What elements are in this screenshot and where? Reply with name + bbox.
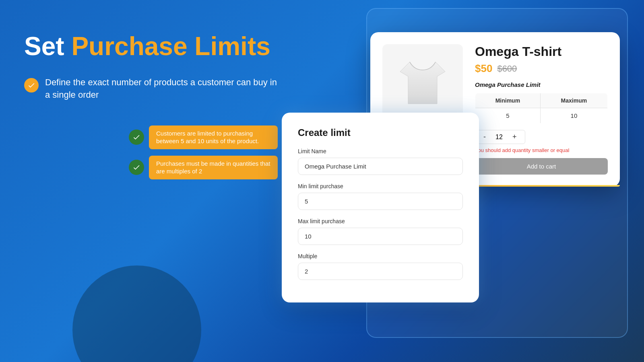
notifications-area: Customers are limited to purchasing betw… <box>24 125 278 179</box>
notification-item-2: Purchases must be made in quantities tha… <box>129 156 278 179</box>
quantity-value: 12 <box>493 134 505 141</box>
quantity-error-message: You should add quantity smaller or equal <box>475 147 608 153</box>
checkmark-icon <box>27 81 35 89</box>
quantity-selector: - 12 + <box>475 130 525 144</box>
notif-check-1 <box>129 130 144 145</box>
limit-name-group: Limit Name <box>298 148 463 175</box>
limit-table: Minimum Maximum 5 10 <box>475 93 608 123</box>
product-details: Omega T-shirt $50 $600 Omega Purchase Li… <box>475 44 608 175</box>
notif-check-icon-2 <box>132 163 140 171</box>
limit-name-label: Limit Name <box>298 148 463 154</box>
price-original: $600 <box>497 64 517 74</box>
notif-badge-1: Customers are limited to purchasing betw… <box>149 125 278 149</box>
limit-label: Omega Purchase Limit <box>475 81 608 88</box>
max-limit-input[interactable] <box>298 228 463 245</box>
multiple-input[interactable] <box>298 263 463 280</box>
right-area: Omega T-shirt $50 $600 Omega Purchase Li… <box>282 16 644 362</box>
product-price: $50 $600 <box>475 62 608 75</box>
table-cell-min: 5 <box>475 108 541 123</box>
product-name: Omega T-shirt <box>475 44 608 59</box>
headline-part1: Set <box>24 32 71 61</box>
table-cell-max: 10 <box>540 108 607 123</box>
table-header-min: Minimum <box>475 93 541 108</box>
limit-name-input[interactable] <box>298 158 463 175</box>
feature-item: Define the exact number of products a cu… <box>24 76 278 101</box>
headline-part2: Purchase Limits <box>71 32 270 61</box>
create-limit-form: Create limit Limit Name Min limit purcha… <box>282 113 479 302</box>
min-limit-label: Min limit purchase <box>298 183 463 189</box>
notif-check-icon-1 <box>132 133 140 141</box>
quantity-increase-button[interactable]: + <box>510 133 519 141</box>
min-limit-input[interactable] <box>298 193 463 210</box>
main-headline: Set Purchase Limits <box>24 32 278 60</box>
feature-text: Define the exact number of products a cu… <box>45 76 278 101</box>
table-header-max: Maximum <box>540 93 607 108</box>
price-current: $50 <box>475 62 492 75</box>
notif-badge-2: Purchases must be made in quantities tha… <box>149 156 278 179</box>
quantity-decrease-button[interactable]: - <box>481 133 488 141</box>
multiple-label: Multiple <box>298 253 463 259</box>
max-limit-group: Max limit purchase <box>298 218 463 245</box>
notif-check-2 <box>129 160 144 175</box>
form-title: Create limit <box>298 127 463 138</box>
max-limit-label: Max limit purchase <box>298 218 463 224</box>
notification-item-1: Customers are limited to purchasing betw… <box>129 125 278 149</box>
tshirt-image <box>390 52 455 117</box>
min-limit-group: Min limit purchase <box>298 183 463 210</box>
multiple-group: Multiple <box>298 253 463 280</box>
add-to-cart-button[interactable]: Add to cart <box>475 158 608 175</box>
check-circle-icon <box>24 78 39 93</box>
left-panel: Set Purchase Limits Define the exact num… <box>0 0 302 362</box>
